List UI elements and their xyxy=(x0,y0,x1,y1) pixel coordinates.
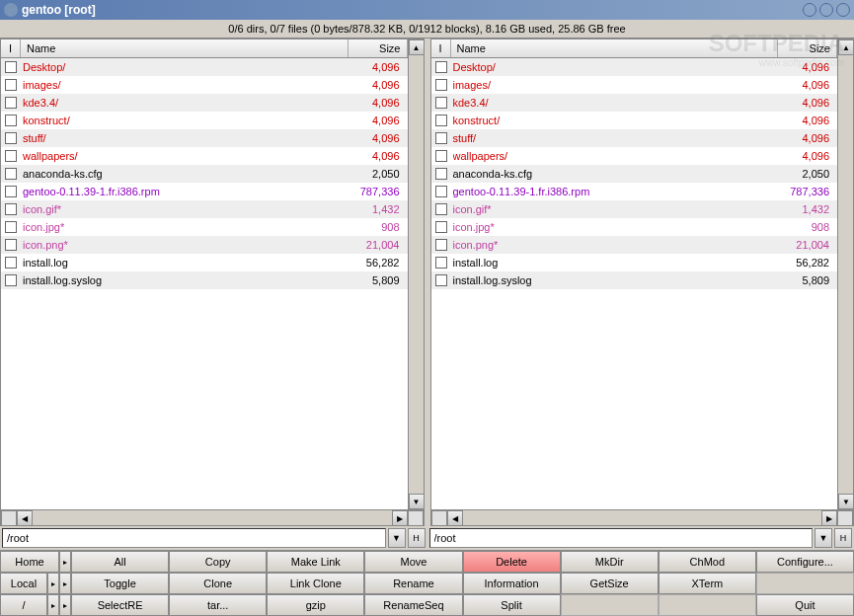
right-file-list[interactable]: Desktop/4,096images/4,096kde3.4/4,096kon… xyxy=(431,58,838,509)
information-button[interactable]: Information xyxy=(463,573,561,594)
minimize-button[interactable] xyxy=(803,3,816,17)
local-dropdown-icon[interactable]: ▸ xyxy=(47,573,59,594)
file-checkbox[interactable] xyxy=(435,61,447,73)
history-button[interactable]: H xyxy=(834,528,852,548)
selectre-button[interactable]: SelectRE xyxy=(71,594,169,616)
col-name[interactable]: Name xyxy=(21,39,349,57)
file-row[interactable]: wallpapers/4,096 xyxy=(431,147,838,165)
file-row[interactable]: kde3.4/4,096 xyxy=(1,94,408,112)
hscroll-track[interactable] xyxy=(463,510,822,525)
file-row[interactable]: images/4,096 xyxy=(431,76,838,94)
copy-button[interactable]: Copy xyxy=(169,551,267,573)
file-row[interactable]: install.log56,282 xyxy=(1,254,408,271)
file-row[interactable]: install.log.syslog5,809 xyxy=(431,271,838,289)
local-button[interactable]: Local xyxy=(0,573,47,594)
file-row[interactable]: konstruct/4,096 xyxy=(1,112,408,129)
left-file-list[interactable]: Desktop/4,096images/4,096kde3.4/4,096kon… xyxy=(1,58,408,509)
scroll-right-icon[interactable]: ▶ xyxy=(821,510,837,526)
file-checkbox[interactable] xyxy=(5,221,17,233)
file-row[interactable]: anaconda-ks.cfg2,050 xyxy=(1,165,408,183)
scroll-down-icon[interactable]: ▼ xyxy=(409,494,425,509)
file-row[interactable]: install.log56,282 xyxy=(431,254,838,271)
hscroll-track[interactable] xyxy=(33,510,392,525)
scroll-track[interactable] xyxy=(838,55,853,494)
split-button[interactable]: Split xyxy=(463,594,561,616)
move-button[interactable]: Move xyxy=(364,551,462,573)
all-button[interactable]: All xyxy=(71,551,169,573)
file-row[interactable]: gentoo-0.11.39-1.fr.i386.rpm787,336 xyxy=(1,183,408,200)
file-checkbox[interactable] xyxy=(435,79,447,91)
file-row[interactable]: icon.png*21,004 xyxy=(1,236,408,254)
left-path-input[interactable] xyxy=(2,528,386,548)
maximize-button[interactable] xyxy=(819,3,833,17)
file-checkbox[interactable] xyxy=(5,79,17,91)
file-checkbox[interactable] xyxy=(5,132,17,144)
history-button[interactable]: H xyxy=(408,528,426,548)
scroll-left-icon[interactable]: ◀ xyxy=(447,510,463,526)
file-checkbox[interactable] xyxy=(435,168,447,180)
col-check[interactable]: I xyxy=(431,39,451,57)
col-size[interactable]: Size xyxy=(349,39,408,57)
scroll-up-icon[interactable]: ▲ xyxy=(409,39,425,55)
file-row[interactable]: konstruct/4,096 xyxy=(431,112,838,129)
file-row[interactable]: images/4,096 xyxy=(1,76,408,94)
file-checkbox[interactable] xyxy=(435,239,447,251)
file-row[interactable]: icon.jpg*908 xyxy=(431,218,838,236)
root-button[interactable]: / xyxy=(0,594,47,616)
root-dropdown2-icon[interactable]: ▸ xyxy=(59,594,71,616)
file-checkbox[interactable] xyxy=(5,61,17,73)
file-checkbox[interactable] xyxy=(5,168,17,180)
file-row[interactable]: kde3.4/4,096 xyxy=(431,94,838,112)
file-checkbox[interactable] xyxy=(5,97,17,109)
home-dropdown-icon[interactable]: ▸ xyxy=(59,551,71,573)
file-checkbox[interactable] xyxy=(5,150,17,162)
col-name[interactable]: Name xyxy=(451,39,779,57)
file-checkbox[interactable] xyxy=(435,186,447,197)
home-button[interactable]: Home xyxy=(0,551,59,573)
file-checkbox[interactable] xyxy=(435,150,447,162)
renameseq-button[interactable]: RenameSeq xyxy=(364,594,462,616)
scroll-track[interactable] xyxy=(409,55,424,494)
path-dropdown-icon[interactable]: ▼ xyxy=(815,528,832,548)
clone-button[interactable]: Clone xyxy=(169,573,267,594)
scroll-left-icon[interactable]: ◀ xyxy=(17,510,33,526)
file-checkbox[interactable] xyxy=(435,115,447,126)
xterm-button[interactable]: XTerm xyxy=(659,573,756,594)
root-dropdown-icon[interactable]: ▸ xyxy=(47,594,59,616)
file-checkbox[interactable] xyxy=(5,239,17,251)
scroll-right-icon[interactable]: ▶ xyxy=(392,510,408,526)
file-checkbox[interactable] xyxy=(435,221,447,233)
scroll-up-icon[interactable]: ▲ xyxy=(838,39,854,55)
file-row[interactable]: wallpapers/4,096 xyxy=(1,147,408,165)
link-clone-button[interactable]: Link Clone xyxy=(267,573,364,594)
make-link-button[interactable]: Make Link xyxy=(267,551,364,573)
col-check[interactable]: I xyxy=(1,39,21,57)
bookmark-icon[interactable] xyxy=(1,510,17,526)
left-vscroll[interactable]: ▲ ▼ xyxy=(408,39,424,509)
file-row[interactable]: stuff/4,096 xyxy=(1,129,408,147)
getsize-button[interactable]: GetSize xyxy=(561,573,659,594)
file-row[interactable]: icon.gif*1,432 xyxy=(1,200,408,218)
file-checkbox[interactable] xyxy=(5,274,17,286)
file-row[interactable]: icon.gif*1,432 xyxy=(431,200,838,218)
path-dropdown-icon[interactable]: ▼ xyxy=(388,528,406,548)
bookmark-icon[interactable] xyxy=(431,510,447,526)
file-row[interactable]: anaconda-ks.cfg2,050 xyxy=(431,165,838,183)
file-checkbox[interactable] xyxy=(5,257,17,269)
file-row[interactable]: install.log.syslog5,809 xyxy=(1,271,408,289)
gzip-button[interactable]: gzip xyxy=(267,594,364,616)
file-row[interactable]: Desktop/4,096 xyxy=(431,58,838,76)
chmod-button[interactable]: ChMod xyxy=(659,551,756,573)
configure--button[interactable]: Configure... xyxy=(756,551,854,573)
file-checkbox[interactable] xyxy=(435,97,447,109)
delete-button[interactable]: Delete xyxy=(463,551,561,573)
quit-button[interactable]: Quit xyxy=(756,594,854,616)
close-button[interactable] xyxy=(836,3,850,17)
col-size[interactable]: Size xyxy=(778,39,837,57)
tar--button[interactable]: tar... xyxy=(169,594,267,616)
file-checkbox[interactable] xyxy=(5,115,17,126)
scroll-down-icon[interactable]: ▼ xyxy=(838,494,854,509)
right-vscroll[interactable]: ▲ ▼ xyxy=(837,39,853,509)
file-row[interactable]: icon.jpg*908 xyxy=(1,218,408,236)
local-dropdown2-icon[interactable]: ▸ xyxy=(59,573,71,594)
